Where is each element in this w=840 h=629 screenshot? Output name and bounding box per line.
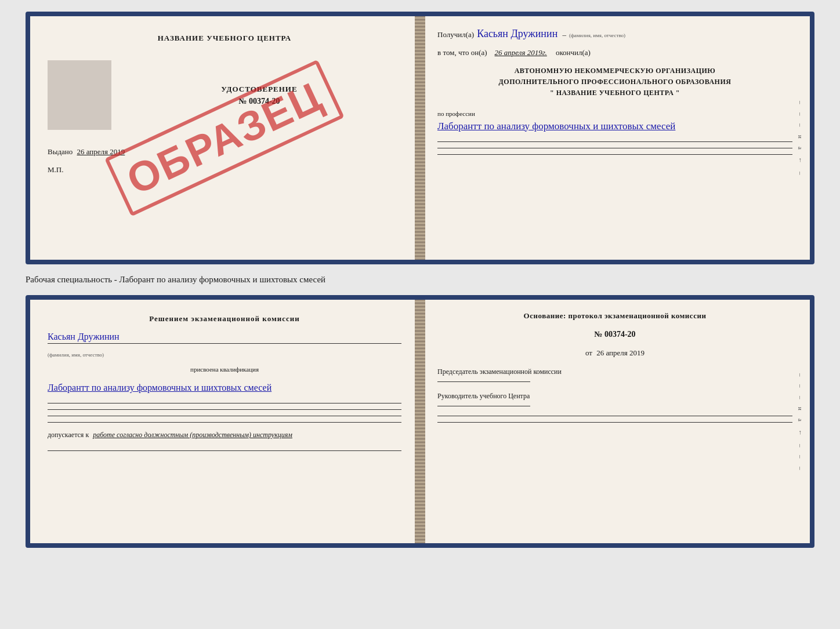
prisvoena-label: присвоена квалификация [48, 366, 401, 373]
vydano-label: Выдано [48, 147, 73, 156]
rukovoditel-block: Руководитель учебного Центра [437, 391, 792, 406]
predsedatel-line [437, 381, 530, 382]
vydano-text: Выдано 26 апреля 2019 [48, 147, 401, 157]
resheniem-title: Решением экзаменационной комиссии [48, 314, 401, 323]
bottom-card-left: Решением экзаменационной комиссии Касьян… [30, 300, 420, 543]
rukovoditel-line [437, 406, 530, 406]
udostoverenie-text: УДОСТОВЕРЕНИЕ № 00374-20 [117, 60, 401, 130]
rukovoditel-label: Руководитель учебного Центра [437, 391, 792, 401]
completion-date: 26 апреля 2019г. [495, 48, 547, 57]
ot-date: от 26 апреля 2019 [437, 348, 792, 358]
bottom-lines [437, 141, 792, 155]
binding-strip-bottom [415, 300, 425, 543]
poluchil-line: Получил(а) Касьян Дружинин – (фамилия, и… [437, 28, 792, 40]
professia-block: по профессии Лаборантт по анализу формов… [437, 110, 792, 134]
bottom-document-card: Решением экзаменационной комиссии Касьян… [26, 295, 814, 548]
bottom-fio-line: Касьян Дружинин [48, 332, 401, 344]
bottom-fio-sub: (фамилия, имя, отчество) [48, 352, 401, 358]
bottom-card-right: Основание: протокол экзаменационной коми… [420, 300, 810, 543]
bottom-right-edge-chars: – – – и а ← – – – [797, 300, 804, 543]
uchebniy-title: НАЗВАНИЕ УЧЕБНОГО ЦЕНТРА [158, 34, 292, 43]
org-line2: ДОПОЛНИТЕЛЬНОГО ПРОФЕССИОНАЛЬНОГО ОБРАЗО… [437, 77, 792, 88]
udostoverenie-label: УДОСТОВЕРЕНИЕ [117, 85, 401, 94]
v-tom-label: в том, что он(а) [437, 48, 487, 57]
dopuskaetsya-label: допускается к [48, 431, 89, 439]
po-professii-label: по профессии [437, 110, 792, 117]
top-right-content: Получил(а) Касьян Дружинин – (фамилия, и… [437, 28, 792, 155]
top-card-left: НАЗВАНИЕ УЧЕБНОГО ЦЕНТРА УДОСТОВЕРЕНИЕ №… [30, 16, 420, 260]
top-card-right: Получил(а) Касьян Дружинин – (фамилия, и… [420, 16, 810, 260]
protocol-number: № 00374-20 [437, 330, 792, 339]
bottom-fio: Касьян Дружинин [48, 332, 120, 342]
profession-text: Лаборантт по анализу формовочных и шихто… [437, 119, 792, 134]
dopuskaetsya-text: допускается к работе согласно должностны… [48, 431, 401, 439]
recipient-name: Касьян Дружинин [477, 28, 557, 40]
between-label: Рабочая специальность - Лаборант по анал… [26, 275, 814, 285]
bottom-right-extra-lines [437, 416, 792, 423]
bottom-right-content: Основание: протокол экзаменационной коми… [437, 311, 792, 423]
photo-placeholder [48, 60, 111, 130]
dopusk-text: работе согласно должностным (производств… [93, 431, 292, 439]
org-line1: АВТОНОМНУЮ НЕКОММЕРЧЕСКУЮ ОРГАНИЗАЦИЮ [437, 66, 792, 77]
org-block: АВТОНОМНУЮ НЕКОММЕРЧЕСКУЮ ОРГАНИЗАЦИЮ ДО… [437, 66, 792, 99]
ot-date-value: 26 апреля 2019 [596, 348, 645, 357]
mp-text: М.П. [48, 165, 401, 174]
osnovanie-title: Основание: протокол экзаменационной коми… [437, 311, 792, 321]
poluchil-label: Получил(а) [437, 30, 474, 39]
udostoverenie-section: УДОСТОВЕРЕНИЕ № 00374-20 [48, 60, 401, 130]
bottom-left-lines [48, 403, 401, 423]
okonchil-label: окончил(а) [556, 48, 591, 57]
predsedatel-block: Председатель экзаменационной комиссии [437, 367, 792, 382]
fio-sublabel: (фамилия, имя, отчество) [569, 32, 625, 38]
qualification-text: Лаборантт по анализу формовочных и шихто… [48, 381, 401, 395]
right-edge-chars: – – – и а ← – [797, 16, 804, 260]
ot-label: от [585, 348, 592, 357]
top-document-card: НАЗВАНИЕ УЧЕБНОГО ЦЕНТРА УДОСТОВЕРЕНИЕ №… [26, 12, 814, 264]
org-line3: " НАЗВАНИЕ УЧЕБНОГО ЦЕНТРА " [437, 88, 792, 99]
predsedatel-label: Председатель экзаменационной комиссии [437, 367, 792, 377]
binding-strip [415, 16, 425, 260]
vydano-date: 26 апреля 2019 [77, 147, 125, 156]
v-tom-line: в том, что он(а) 26 апреля 2019г. окончи… [437, 48, 792, 57]
udostoverenie-number: № 00374-20 [117, 97, 401, 106]
